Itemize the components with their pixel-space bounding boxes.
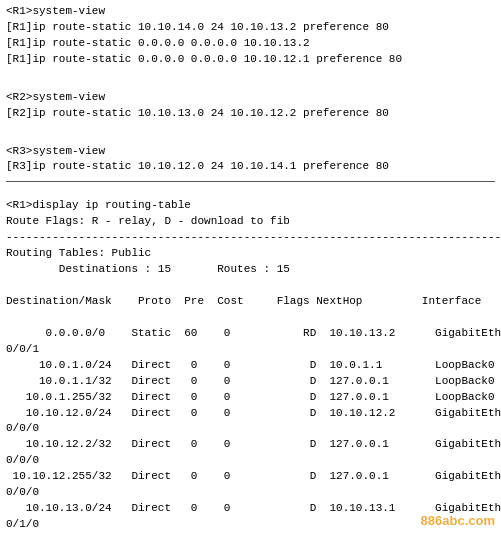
r2-line-1: <R2>system-view (6, 90, 495, 106)
r3-line-1: <R3>system-view (6, 144, 495, 160)
routing-counts: Destinations : 15 Routes : 15 (6, 262, 495, 278)
route-row-5b: 0/0/0 (6, 421, 495, 437)
route-row-1a: 0.0.0.0/0 Static 60 0 RD 10.10.13.2 Giga… (6, 326, 495, 342)
routing-blank2 (6, 278, 495, 294)
route-row-5a: 10.10.12.0/24 Direct 0 0 D 10.10.12.2 Gi… (6, 406, 495, 422)
route-row-4: 10.0.1.255/32 Direct 0 0 D 127.0.0.1 Loo… (6, 390, 495, 406)
route-row-6a: 10.10.12.2/32 Direct 0 0 D 127.0.0.1 Gig… (6, 437, 495, 453)
routing-prompt: <R1>display ip routing-table (6, 198, 495, 214)
r1-line-4: [R1]ip route-static 0.0.0.0 0.0.0.0 10.1… (6, 52, 495, 68)
r2-config-section: <R2>system-view [R2]ip route-static 10.1… (6, 74, 495, 122)
r2-line-blank (6, 74, 495, 90)
r1-config-section: <R1>system-view [R1]ip route-static 10.1… (6, 4, 495, 68)
routing-blank3 (6, 310, 495, 326)
r3-config-section: <R3>system-view [R3]ip route-static 10.1… (6, 128, 495, 176)
route-row-7b: 0/0/0 (6, 485, 495, 501)
route-row-1b: 0/0/1 (6, 342, 495, 358)
routing-table-section: <R1>display ip routing-table Route Flags… (6, 181, 495, 534)
r2-line-2: [R2]ip route-static 10.10.13.0 24 10.10.… (6, 106, 495, 122)
route-row-6b: 0/0/0 (6, 453, 495, 469)
routing-col-headers: Destination/Mask Proto Pre Cost Flags Ne… (6, 294, 495, 310)
route-row-3: 10.0.1.1/32 Direct 0 0 D 127.0.0.1 LoopB… (6, 374, 495, 390)
routing-flags: Route Flags: R - relay, D - download to … (6, 214, 495, 230)
r1-line-1: <R1>system-view (6, 4, 495, 20)
terminal-window: <R1>system-view [R1]ip route-static 10.1… (0, 0, 501, 534)
routing-public-label: Routing Tables: Public (6, 246, 495, 262)
r3-line-blank (6, 128, 495, 144)
route-row-2: 10.0.1.0/24 Direct 0 0 D 10.0.1.1 LoopBa… (6, 358, 495, 374)
routing-divider-line: ----------------------------------------… (6, 230, 495, 246)
route-row-7a: 10.10.12.255/32 Direct 0 0 D 127.0.0.1 G… (6, 469, 495, 485)
watermark: 886abc.com (421, 513, 495, 528)
r3-line-2: [R3]ip route-static 10.10.12.0 24 10.10.… (6, 159, 495, 175)
r1-line-3: [R1]ip route-static 0.0.0.0 0.0.0.0 10.1… (6, 36, 495, 52)
r1-line-2: [R1]ip route-static 10.10.14.0 24 10.10.… (6, 20, 495, 36)
routing-blank (6, 182, 495, 198)
